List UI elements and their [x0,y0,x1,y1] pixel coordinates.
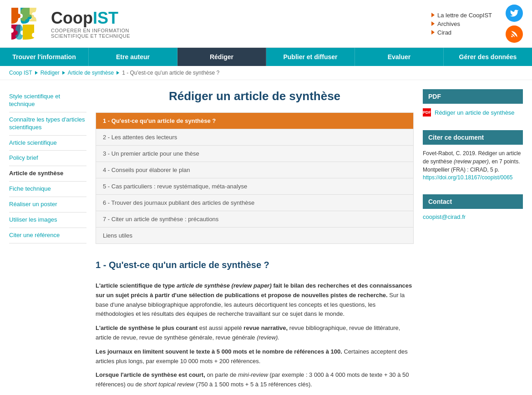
site-header: CoopIST COOPERER EN INFORMATION SCIENTIF… [0,0,532,48]
toc-row-links[interactable]: Liens utiles [96,228,414,244]
contact-email-link[interactable]: coopist@cirad.fr [423,213,466,220]
left-sidebar: Style scientifique et technique Connaîtr… [9,89,86,394]
right-sidebar: PDF PDF Rédiger un article de synthèse C… [423,89,523,394]
toc-row-6[interactable]: 6 - Trouver des journaux publiant des ar… [96,195,414,211]
breadcrumb-current: 1 - Qu'est-ce qu'un article de synthèse … [122,70,219,76]
sidebar-item-scientifique[interactable]: Article scientifique [9,136,86,151]
toc-row-7[interactable]: 7 - Citer un article de synthèse : préca… [96,211,414,228]
nav-donnees[interactable]: Gérer des données [444,48,532,66]
nav-auteur[interactable]: Etre auteur [89,48,177,66]
twitter-icon [510,9,519,18]
sidebar-item-citer[interactable]: Citer une référence [9,228,86,243]
pdf-box-content: PDF Rédiger un article de synthèse [423,104,523,121]
archives-link[interactable]: Archives [431,20,492,27]
rss-button[interactable] [506,25,523,43]
breadcrumb: Coop IST Rédiger Article de synthèse 1 -… [0,66,532,80]
breadcrumb-home[interactable]: Coop IST [9,70,32,76]
section-1: 1 - Qu'est-ce qu'un article de synthèse … [96,258,414,390]
arrow-icon [431,13,435,17]
toc-row-1[interactable]: 1 - Qu'est-ce qu'un article de synthèse … [96,113,414,129]
arrow-icon [431,30,435,35]
header-links: La lettre de CoopIST Archives Cirad [431,12,492,36]
brand-name: CoopIST [51,9,130,28]
content-wrapper: Style scientifique et technique Connaîtr… [0,80,532,395]
sidebar-item-types[interactable]: Connaître les types d'articles scientifi… [9,112,86,136]
tagline-line2: SCIENTIFIQUE ET TECHNIQUE [51,33,130,39]
nav-publier[interactable]: Publier et diffuser [266,48,355,66]
sidebar-item-poster[interactable]: Réaliser un poster [9,197,86,213]
svg-point-0 [511,35,512,37]
section-1-para-1: L'article scientifique de type article d… [96,281,414,390]
cite-box-content: Fovet-Rabot, C. 2019. Rédiger un article… [423,145,523,185]
pdf-icon: PDF [423,108,431,116]
page-title: Rédiger un article de synthèse [96,89,414,103]
cirad-link[interactable]: Cirad [431,29,492,36]
pdf-box-title: PDF [423,89,523,104]
breadcrumb-sep [35,71,38,75]
toc-row-5[interactable]: 5 - Cas particuliers : revue systématiqu… [96,178,414,195]
twitter-button[interactable] [506,5,523,22]
nav-evaluer[interactable]: Evaluer [355,48,444,66]
logo-puzzle-icon [9,5,46,42]
nav-rediger[interactable]: Rédiger [177,48,266,66]
section-1-title: 1 - Qu'est-ce qu'un article de synthèse … [96,258,414,274]
toc-table: 1 - Qu'est-ce qu'un article de synthèse … [96,112,414,244]
breadcrumb-rediger[interactable]: Rédiger [41,70,60,76]
sidebar-item-fiche[interactable]: Fiche technique [9,182,86,197]
breadcrumb-sep [62,71,65,75]
social-icons [506,5,523,43]
main-content: Rédiger un article de synthèse 1 - Qu'es… [96,89,414,394]
toc-row-4[interactable]: 4 - Conseils pour élaborer le plan [96,162,414,178]
sidebar-item-synthese[interactable]: Article de synthèse [9,166,86,182]
breadcrumb-sep [117,71,119,75]
sidebar-item-images[interactable]: Utiliser les images [9,213,86,228]
nav-trouver[interactable]: Trouver l'information [0,48,89,66]
cite-box: Citer ce document Fovet-Rabot, C. 2019. … [423,130,523,185]
tagline-line1: COOPERER EN INFORMATION [51,28,130,33]
breadcrumb-article[interactable]: Article de synthèse [68,70,114,76]
logo-text: CoopIST COOPERER EN INFORMATION SCIENTIF… [51,9,130,39]
contact-box-content: coopist@cirad.fr [423,209,523,225]
contact-box: Contact coopist@cirad.fr [423,194,523,225]
sidebar-item-style[interactable]: Style scientifique et technique [9,89,86,112]
doi-link[interactable]: https://doi.org/10.18167/coopist/0065 [423,174,512,181]
contact-box-title: Contact [423,194,523,209]
header-right: La lettre de CoopIST Archives Cirad [431,5,523,43]
sidebar-item-policy[interactable]: Policy brief [9,151,86,166]
cite-box-title: Citer ce document [423,130,523,145]
main-nav: Trouver l'information Etre auteur Rédige… [0,48,532,66]
toc-row-2[interactable]: 2 - Les attentes des lecteurs [96,129,414,146]
lettre-link[interactable]: La lettre de CoopIST [431,12,492,19]
arrow-icon [431,21,435,26]
rss-icon [510,30,519,39]
toc-row-3[interactable]: 3 - Un premier article pour une thèse [96,146,414,162]
logo-area: CoopIST COOPERER EN INFORMATION SCIENTIF… [9,5,130,42]
pdf-download-link[interactable]: PDF Rédiger un article de synthèse [423,108,523,116]
pdf-box: PDF PDF Rédiger un article de synthèse [423,89,523,121]
cite-text: Fovet-Rabot, C. 2019. Rédiger un article… [423,149,523,174]
